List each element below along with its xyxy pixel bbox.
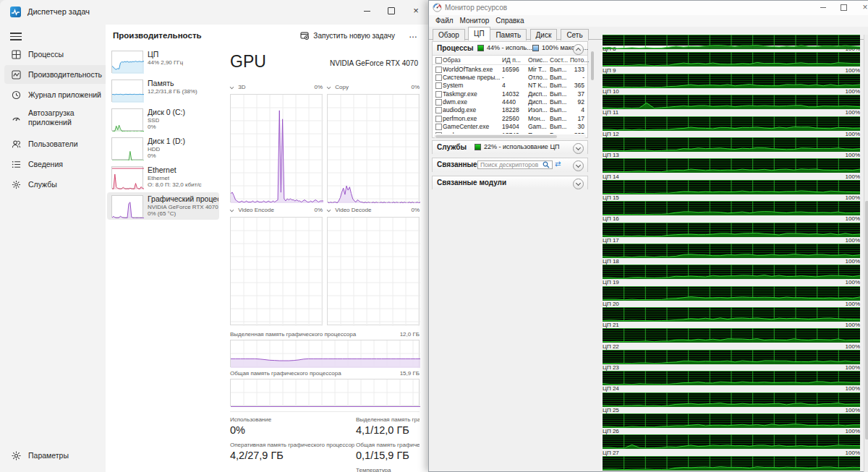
- perf-item-3[interactable]: Диск 1 (D:) HDD 0%: [107, 134, 219, 162]
- menu-Монитор[interactable]: Монитор: [460, 15, 490, 25]
- process-row[interactable]: audiodg.exe18228Изол...Вып...4: [433, 106, 587, 114]
- tab-Сеть[interactable]: Сеть: [561, 29, 588, 40]
- rm-maximize-button[interactable]: [834, 1, 853, 14]
- services-panel-header[interactable]: Службы 22% - использование ЦП: [433, 141, 587, 154]
- process-row[interactable]: dwm.exe4440Дисп...Вып...92: [433, 98, 587, 106]
- menu-Файл[interactable]: Файл: [435, 15, 454, 25]
- process-checkbox[interactable]: [435, 116, 442, 122]
- column-header-4[interactable]: Пото...: [570, 56, 592, 64]
- sidebar-item-performance[interactable]: Производительность: [4, 65, 110, 84]
- maximize-icon: [388, 7, 395, 14]
- process-checkbox[interactable]: [435, 91, 442, 98]
- left-panel-scrollbar[interactable]: [590, 41, 594, 469]
- process-row[interactable]: Системные преры...-Отло...Вып...-: [433, 73, 587, 81]
- process-row[interactable]: GameCenter.exe19404Gam...Вып...30: [433, 123, 587, 131]
- more-options-button[interactable]: …: [405, 28, 421, 43]
- handles-panel-header[interactable]: Связанные дескр... ⇄: [433, 158, 587, 172]
- sidebar-item-processes[interactable]: Процессы: [4, 45, 110, 64]
- expand-chevron-down-icon[interactable]: [573, 160, 584, 171]
- search-icon[interactable]: [542, 161, 550, 168]
- tab-ЦП[interactable]: ЦП: [468, 27, 490, 40]
- menu-Справка[interactable]: Справка: [495, 15, 524, 25]
- resource-monitor-titlebar[interactable]: Монитор ресурсов ×: [429, 1, 868, 15]
- process-cell-1: 13740: [502, 132, 524, 134]
- sidebar-item-users[interactable]: Пользователи: [4, 134, 110, 153]
- metric-line1: SSD: [148, 117, 159, 124]
- core-usage-graph: [603, 392, 860, 407]
- perf-item-4[interactable]: Ethernet Ethernet О: 8,0 П: 32,0 кбит/с: [107, 163, 219, 191]
- modules-panel-header[interactable]: Связанные модули: [433, 176, 587, 189]
- tab-Обзор[interactable]: Обзор: [433, 29, 465, 40]
- processes-horizontal-scrollbar[interactable]: [433, 134, 587, 139]
- refresh-icon[interactable]: ⇄: [555, 160, 561, 168]
- sidebar-item-settings[interactable]: Параметры: [4, 446, 110, 465]
- process-cell-4: 335: [551, 132, 584, 134]
- perf-item-gpu[interactable]: Графический процессор NVIDIA GeForce RTX…: [107, 192, 219, 220]
- handles-search-input[interactable]: [477, 160, 553, 169]
- sidebar-item-services[interactable]: Службы: [4, 175, 110, 194]
- processes-column-headers[interactable]: ОбразИД п...Опис...Сост...Пото...: [433, 56, 587, 65]
- process-row[interactable]: Taskmgr.exe14032Дисп...Вып...37: [433, 90, 587, 98]
- maximize-icon: [841, 4, 847, 11]
- column-header-3[interactable]: Сост...: [550, 56, 571, 64]
- metric-line2: 0% (65 °C): [148, 210, 176, 217]
- core-name: ЦП 24: [603, 385, 619, 392]
- sidebar-item-details[interactable]: Сведения: [4, 155, 110, 173]
- process-row[interactable]: WorldOfTanks.exe16596Mir T...Вып...133: [433, 65, 587, 73]
- rm-close-button[interactable]: ×: [856, 1, 868, 14]
- divider: [230, 411, 420, 412]
- column-header-1[interactable]: ИД п...: [502, 56, 524, 64]
- processes-panel-header[interactable]: Процессы 44% - исполь... 100% максим...: [433, 42, 587, 56]
- core-max-percent: 100%: [846, 109, 860, 116]
- expand-chevron-down-icon[interactable]: [573, 179, 584, 189]
- core-max-percent: 100%: [846, 258, 860, 265]
- stat-value: 0,1/15,9 ГБ: [356, 450, 420, 461]
- maximize-button[interactable]: [379, 0, 404, 22]
- tab-Диск[interactable]: Диск: [530, 29, 558, 40]
- core-graphs-scrollbar[interactable]: [864, 35, 868, 472]
- process-checkbox[interactable]: [435, 74, 442, 81]
- process-checkbox[interactable]: [435, 124, 442, 130]
- tab-Память[interactable]: Память: [490, 29, 527, 40]
- process-row[interactable]: explorer.exe13740Про...Вып...335: [433, 131, 587, 134]
- perf-item-2[interactable]: Диск 0 (C:) SSD 0%: [107, 106, 219, 133]
- core-usage-graph: [603, 52, 860, 66]
- close-button[interactable]: ×: [404, 0, 428, 22]
- column-header-0[interactable]: Образ: [443, 56, 501, 64]
- chevron-down-icon[interactable]: [327, 85, 331, 88]
- sidebar-item-startup[interactable]: Автозагрузка приложений: [4, 106, 110, 130]
- stat-value: 4,1/12,0 ГБ: [356, 424, 420, 436]
- process-cell-4: 37: [551, 90, 584, 98]
- rm-minimize-button[interactable]: [814, 1, 833, 14]
- process-checkbox[interactable]: [435, 132, 442, 134]
- hamburger-menu-icon[interactable]: [10, 30, 22, 40]
- process-checkbox[interactable]: [435, 99, 442, 106]
- stat-value: 4,2/27,9 ГБ: [230, 450, 354, 461]
- task-manager-main: Производительность Запустить новую задач…: [106, 25, 428, 472]
- chevron-down-icon[interactable]: [327, 208, 331, 211]
- process-checkbox[interactable]: [435, 107, 442, 113]
- chevron-down-icon[interactable]: [230, 208, 234, 211]
- core-max-percent: 100%: [846, 237, 860, 244]
- expand-chevron-down-icon[interactable]: [573, 143, 584, 154]
- core-max-percent: 100%: [846, 215, 860, 222]
- task-manager-titlebar[interactable]: Диспетчер задач ×: [0, 0, 428, 25]
- run-new-task-button[interactable]: Запустить новую задачу: [296, 28, 399, 43]
- process-checkbox[interactable]: [435, 82, 442, 89]
- minimize-button[interactable]: [354, 0, 379, 22]
- collapse-chevron-up-icon[interactable]: [573, 44, 584, 55]
- task-manager-title: Диспетчер задач: [27, 7, 90, 16]
- process-checkbox[interactable]: [435, 66, 442, 73]
- perf-item-1[interactable]: Память 12,2/31,8 ГБ (38%): [107, 77, 219, 104]
- chevron-down-icon[interactable]: [230, 85, 234, 88]
- core-name: ЦП 16: [603, 215, 619, 222]
- perf-item-0[interactable]: ЦП 44% 2,90 ГГц: [107, 48, 219, 75]
- core-usage-graph: [603, 413, 860, 428]
- select-all-checkbox[interactable]: [435, 57, 442, 64]
- core-usage-graph: [603, 137, 860, 152]
- column-header-2[interactable]: Опис...: [528, 56, 550, 64]
- process-row[interactable]: System4NT K...Вып...365: [433, 82, 587, 90]
- sidebar-item-history[interactable]: Журнал приложений: [4, 85, 110, 104]
- process-row[interactable]: perfmon.exe22560Мон...Вып...17: [433, 114, 587, 122]
- engine-percent: 0%: [314, 207, 323, 213]
